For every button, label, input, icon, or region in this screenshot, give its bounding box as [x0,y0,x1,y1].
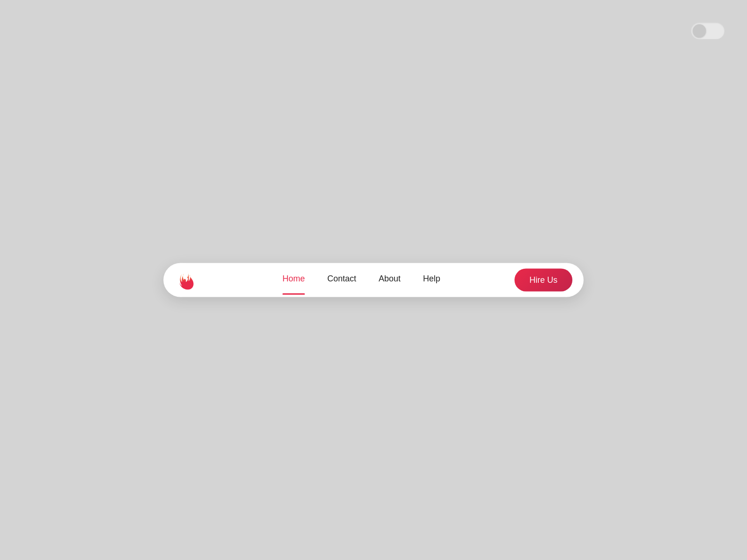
navbar: Home Contact About Help Hire Us [163,263,584,297]
nav-links: Home Contact About Help [208,274,514,287]
logo-area [175,269,197,291]
nav-item-about[interactable]: About [379,274,401,287]
toggle-switch[interactable] [691,22,725,39]
nav-item-help[interactable]: Help [423,274,440,287]
toggle-knob [693,24,706,37]
toggle-track[interactable] [691,22,725,39]
nav-item-contact[interactable]: Contact [327,274,356,287]
hire-us-button[interactable]: Hire Us [514,269,572,292]
navbar-wrapper: Home Contact About Help Hire Us [163,263,584,297]
nav-item-home[interactable]: Home [282,274,305,287]
brand-logo-icon [175,269,197,291]
